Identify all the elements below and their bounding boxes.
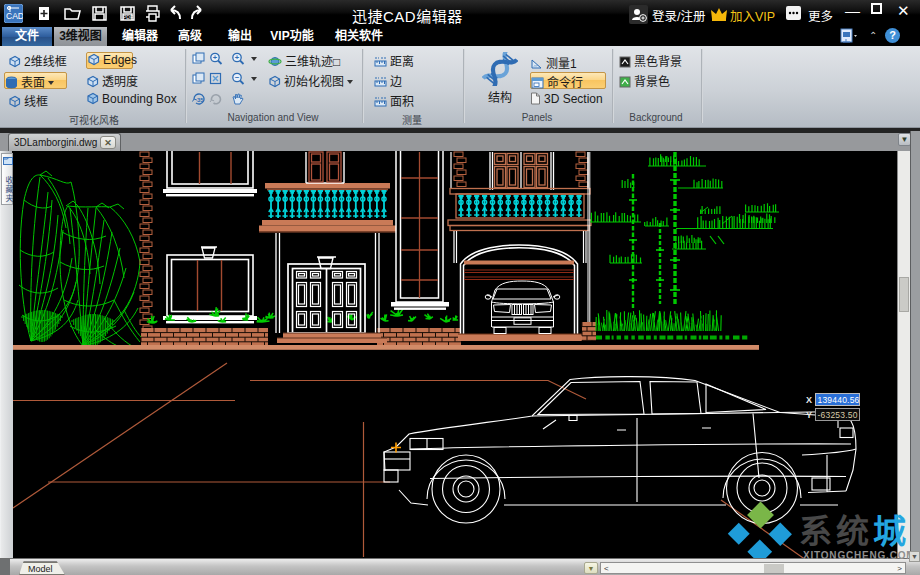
- svg-text:−: −: [235, 73, 240, 82]
- svg-text:+: +: [235, 53, 240, 62]
- svg-text:35: 35: [197, 97, 204, 103]
- svg-text:+: +: [213, 53, 218, 62]
- svg-text:PDF: PDF: [123, 14, 133, 20]
- svg-text:CAD: CAD: [6, 11, 23, 21]
